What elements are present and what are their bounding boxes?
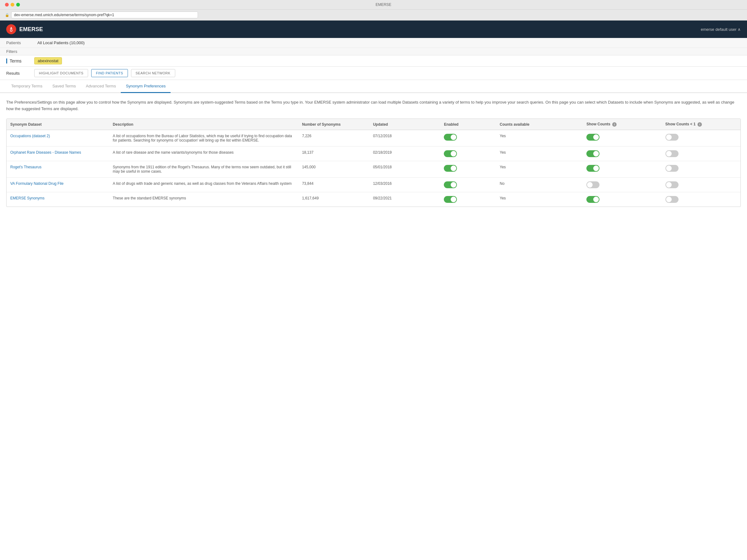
- row-updated: 07/12/2018: [369, 130, 440, 146]
- row-description: A list of occupations from the Bureau of…: [109, 130, 298, 146]
- th-number-of-synonyms: Number of Synonyms: [298, 119, 369, 130]
- tab-synonym-preferences[interactable]: Synonym Preferences: [121, 80, 171, 93]
- row-number: 18,137: [298, 146, 369, 161]
- table-body: Occupations (dataset 2)A list of occupat…: [6, 130, 741, 207]
- th-show-counts-lt1: Show Counts < 1 i: [662, 119, 741, 130]
- row-updated: 09/22/2021: [369, 192, 440, 207]
- show-counts-lt1-info-icon[interactable]: i: [697, 122, 702, 127]
- row-enabled: [440, 192, 496, 207]
- show-counts-toggle[interactable]: [586, 165, 599, 172]
- row-show-counts: [583, 177, 662, 192]
- row-show-counts-lt1: [662, 161, 741, 177]
- row-counts-available: Yes: [496, 161, 583, 177]
- results-row: Results HIGHLIGHT DOCUMENTS FIND PATIENT…: [0, 66, 747, 80]
- dataset-link[interactable]: VA Formulary National Drug File: [10, 181, 63, 186]
- enabled-toggle[interactable]: [444, 165, 457, 172]
- patients-row: Patients All Local Patients (10,000): [0, 38, 747, 48]
- table-row: VA Formulary National Drug FileA list of…: [6, 177, 741, 192]
- maximize-button[interactable]: [16, 3, 20, 6]
- search-network-button[interactable]: SEARCH NETWORK: [131, 69, 175, 77]
- row-counts-available: Yes: [496, 192, 583, 207]
- show-counts-info-icon[interactable]: i: [612, 122, 617, 127]
- browser-title: EMERSE: [25, 2, 742, 7]
- browser-chrome: EMERSE 🔒 dev-emerse.med.umich.edu/emerse…: [0, 0, 747, 21]
- logo-text: EMERSE: [19, 26, 43, 33]
- table-row: Roget's ThesaurusSynonyms from the 1911 …: [6, 161, 741, 177]
- sub-nav: Patients All Local Patients (10,000) Fil…: [0, 38, 747, 55]
- highlight-documents-button[interactable]: HIGHLIGHT DOCUMENTS: [34, 69, 88, 77]
- row-show-counts-lt1: [662, 130, 741, 146]
- row-description: A list of drugs with trade and generic n…: [109, 177, 298, 192]
- show-counts-lt1-toggle[interactable]: [666, 165, 678, 172]
- table-row: EMERSE SynonymsThese are the standard EM…: [6, 192, 741, 207]
- dataset-link[interactable]: Occupations (dataset 2): [10, 134, 50, 138]
- top-nav: EMERSE emerse default user ∧: [0, 21, 747, 38]
- row-number: 7,226: [298, 130, 369, 146]
- row-updated: 12/03/2016: [369, 177, 440, 192]
- address-bar: 🔒 dev-emerse.med.umich.edu/emerse/terms/…: [0, 9, 747, 20]
- row-enabled: [440, 130, 496, 146]
- row-counts-available: Yes: [496, 130, 583, 146]
- term-tag[interactable]: abexinostat: [34, 57, 62, 64]
- row-number: 1,617,649: [298, 192, 369, 207]
- svg-point-0: [10, 30, 12, 31]
- minimize-button[interactable]: [10, 3, 14, 6]
- row-updated: 02/18/2019: [369, 146, 440, 161]
- show-counts-toggle[interactable]: [586, 134, 599, 141]
- row-show-counts-lt1: [662, 177, 741, 192]
- row-counts-available: No: [496, 177, 583, 192]
- results-label: Results: [6, 71, 31, 76]
- row-number: 73,844: [298, 177, 369, 192]
- tab-temporary-terms[interactable]: Temporary Terms: [6, 80, 47, 93]
- row-show-counts-lt1: [662, 192, 741, 207]
- page-description: The Preferences/Settings on this page al…: [6, 99, 741, 112]
- tab-advanced-terms[interactable]: Advanced Terms: [81, 80, 121, 93]
- terms-label: Terms: [6, 58, 31, 63]
- enabled-toggle[interactable]: [444, 134, 457, 141]
- title-bar: EMERSE: [0, 0, 747, 9]
- logo-icon: [6, 24, 16, 34]
- row-description: A list of rare disease and the name vari…: [109, 146, 298, 161]
- filters-row: Filters: [0, 48, 747, 55]
- row-show-counts-lt1: [662, 146, 741, 161]
- show-counts-toggle[interactable]: [586, 150, 599, 157]
- row-show-counts: [583, 192, 662, 207]
- dataset-link[interactable]: EMERSE Synonyms: [10, 196, 45, 201]
- row-show-counts: [583, 161, 662, 177]
- show-counts-toggle[interactable]: [586, 196, 599, 203]
- address-input[interactable]: dev-emerse.med.umich.edu/emerse/terms/sy…: [11, 11, 198, 18]
- tabs: Temporary Terms Saved Terms Advanced Ter…: [0, 80, 747, 93]
- th-enabled: Enabled: [440, 119, 496, 130]
- traffic-lights: [5, 3, 20, 6]
- table-row: Orphanet Rare Diseases - Disease NamesA …: [6, 146, 741, 161]
- enabled-toggle[interactable]: [444, 150, 457, 157]
- lock-icon: 🔒: [5, 13, 9, 17]
- dataset-link[interactable]: Orphanet Rare Diseases - Disease Names: [10, 150, 81, 155]
- th-updated: Updated: [369, 119, 440, 130]
- show-counts-lt1-toggle[interactable]: [666, 181, 678, 188]
- show-counts-lt1-toggle[interactable]: [666, 150, 678, 157]
- table-row: Occupations (dataset 2)A list of occupat…: [6, 130, 741, 146]
- th-synonym-dataset: Synonym Dataset: [6, 119, 109, 130]
- find-patients-button[interactable]: FIND PATIENTS: [91, 69, 128, 77]
- synonym-table: Synonym Dataset Description Number of Sy…: [6, 119, 741, 207]
- terms-row: Terms abexinostat: [0, 55, 747, 66]
- show-counts-lt1-toggle[interactable]: [666, 196, 678, 203]
- dataset-link[interactable]: Roget's Thesaurus: [10, 165, 42, 169]
- table-header: Synonym Dataset Description Number of Sy…: [6, 119, 741, 130]
- row-number: 145,000: [298, 161, 369, 177]
- row-updated: 05/01/2018: [369, 161, 440, 177]
- show-counts-toggle[interactable]: [586, 181, 599, 188]
- show-counts-lt1-toggle[interactable]: [666, 134, 678, 141]
- th-show-counts: Show Counts i: [583, 119, 662, 130]
- tab-saved-terms[interactable]: Saved Terms: [47, 80, 81, 93]
- patients-value: All Local Patients (10,000): [37, 41, 85, 45]
- close-button[interactable]: [5, 3, 9, 6]
- user-menu[interactable]: emerse default user ∧: [701, 27, 741, 32]
- filters-label: Filters: [6, 49, 31, 54]
- app-container: EMERSE emerse default user ∧ Patients Al…: [0, 21, 747, 560]
- enabled-toggle[interactable]: [444, 196, 457, 203]
- enabled-toggle[interactable]: [444, 181, 457, 188]
- patients-label: Patients: [6, 41, 31, 45]
- row-enabled: [440, 161, 496, 177]
